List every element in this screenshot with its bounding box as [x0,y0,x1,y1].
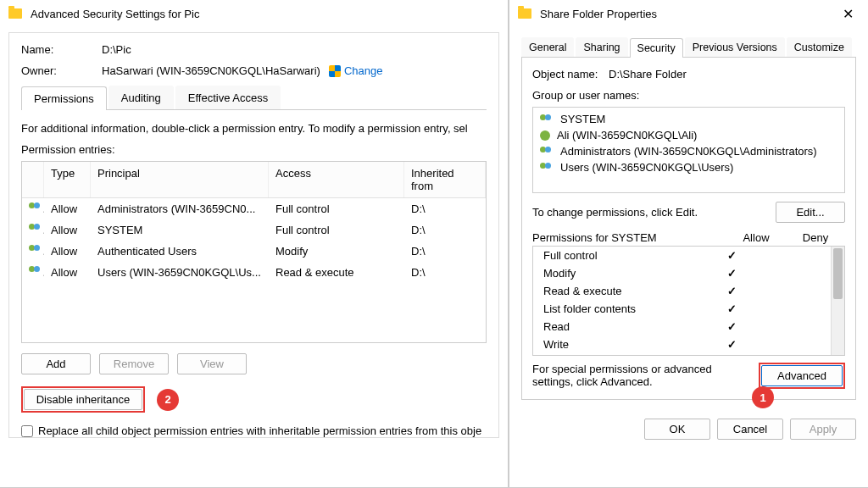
allow-check-icon: ✓ [702,267,761,280]
entry-access: Full control [269,200,404,218]
users-icon [540,114,554,125]
entry-inherited: D:\ [404,242,486,260]
window-title: Advanced Security Settings for Pic [31,8,499,20]
apply-button: Apply [790,419,856,440]
entry-type: Allow [44,263,91,281]
annotation-box-1: Advanced [759,363,845,389]
change-permissions-hint: To change permissions, click Edit. [532,206,767,219]
cancel-button[interactable]: Cancel [717,419,783,440]
allow-check-icon: ✓ [702,249,761,262]
list-item[interactable]: Users (WIN-3659CN0KGQL\Users) [533,159,844,175]
group-name: Users (WIN-3659CN0KGQL\Users) [560,161,733,174]
permission-row: Full control ✓ [533,247,831,264]
permissions-for-label: Permissions for SYSTEM [532,231,726,244]
add-button[interactable]: Add [21,353,91,374]
permission-row: Modify ✓ [533,264,831,282]
users-icon [29,245,42,255]
scrollbar[interactable] [831,247,844,355]
users-icon [540,147,554,157]
tab-general[interactable]: General [521,37,574,57]
allow-check-icon: ✓ [702,302,761,315]
name-label: Name: [21,43,102,56]
entry-principal: Administrators (WIN-3659CN0... [91,200,269,218]
tab-auditing[interactable]: Auditing [108,86,174,109]
advanced-security-window: Advanced Security Settings for Pic Name:… [0,0,509,488]
name-value: D:\Pic [102,43,131,56]
share-folder-properties-window: Share Folder Properties ✕ General Sharin… [509,0,868,488]
shield-icon [329,65,341,77]
tab-security[interactable]: Security [630,38,683,58]
entry-access: Read & execute [269,263,404,281]
info-text: For additional information, double-click… [21,122,487,135]
table-row[interactable]: Allow Authenticated Users Modify D:\ [22,241,486,262]
entry-inherited: D:\ [404,221,486,239]
permission-row: Write ✓ [533,336,831,353]
col-type[interactable]: Type [44,162,91,197]
tab-previous-versions[interactable]: Previous Versions [685,37,785,57]
list-item[interactable]: Administrators (WIN-3659CN0KGQL\Administ… [533,143,844,159]
permission-entries-grid: Type Principal Access Inherited from All… [21,161,487,343]
tab-permissions[interactable]: Permissions [21,86,107,110]
ok-button[interactable]: OK [644,419,710,440]
tab-effective-access[interactable]: Effective Access [175,86,281,109]
edit-button[interactable]: Edit... [776,202,845,223]
entry-access: Full control [269,221,404,239]
disable-inheritance-button[interactable]: Disable inheritance [24,389,142,410]
entry-type: Allow [44,242,91,260]
permission-row: List folder contents ✓ [533,300,831,318]
users-icon [540,163,554,173]
permission-name: Modify [543,267,702,280]
annotation-badge-2: 2 [157,389,179,411]
owner-label: Owner: [21,64,102,77]
folder-icon [518,7,531,20]
entry-principal: Authenticated Users [91,242,269,260]
allow-check-icon: ✓ [702,338,761,351]
col-principal[interactable]: Principal [91,162,269,197]
group-listbox[interactable]: SYSTEMAli (WIN-3659CN0KGQL\Ali)Administr… [532,107,845,193]
users-icon [29,202,42,213]
permission-name: Read [543,320,702,333]
table-row[interactable]: Allow SYSTEM Full control D:\ [22,219,486,241]
permission-name: Write [543,338,702,351]
permission-name: Full control [543,249,702,262]
scrollbar-thumb[interactable] [833,248,843,299]
table-row[interactable]: Allow Users (WIN-3659CN0KGQL\Us... Read … [22,262,486,283]
entry-inherited: D:\ [404,200,486,218]
folder-icon [8,7,22,20]
group-name: SYSTEM [560,113,605,125]
view-button: View [177,353,247,374]
entries-label: Permission entries: [21,143,487,156]
object-name-value: D:\Share Folder [609,68,687,80]
tabs: General Sharing Security Previous Versio… [521,37,856,58]
tab-customize[interactable]: Customize [787,37,852,57]
deny-header: Deny [786,231,845,244]
users-icon [29,224,42,234]
permission-row: Read ✓ [533,318,831,336]
group-name: Administrators (WIN-3659CN0KGQL\Administ… [560,145,817,158]
replace-child-checkbox[interactable] [21,425,33,437]
titlebar[interactable]: Share Folder Properties ✕ [509,0,868,27]
allow-check-icon: ✓ [702,320,761,333]
content-frame: Name: D:\Pic Owner: HaSarwari (WIN-3659C… [8,32,499,438]
col-inherited[interactable]: Inherited from [404,162,486,197]
users-icon [29,266,42,276]
permission-name: List folder contents [543,302,702,315]
replace-child-label: Replace all child object permission entr… [38,424,481,437]
group-name: Ali (WIN-3659CN0KGQL\Ali) [557,129,697,141]
table-row[interactable]: Allow Administrators (WIN-3659CN0... Ful… [22,198,486,219]
list-item[interactable]: Ali (WIN-3659CN0KGQL\Ali) [533,127,844,143]
entry-type: Allow [44,221,91,239]
advanced-button[interactable]: Advanced [761,365,843,386]
allow-header: Allow [726,231,786,244]
annotation-badge-1: 1 [752,386,774,408]
tab-sharing[interactable]: Sharing [576,37,627,57]
titlebar[interactable]: Advanced Security Settings for Pic [0,0,508,27]
advanced-hint: For special permissions or advanced sett… [532,363,750,388]
change-owner-link[interactable]: Change [344,64,383,77]
permission-row: Read & execute ✓ [533,282,831,300]
user-icon [540,130,550,141]
col-access[interactable]: Access [269,162,404,197]
close-icon[interactable]: ✕ [836,6,860,22]
tabs: Permissions Auditing Effective Access [21,86,487,110]
list-item[interactable]: SYSTEM [533,111,844,127]
